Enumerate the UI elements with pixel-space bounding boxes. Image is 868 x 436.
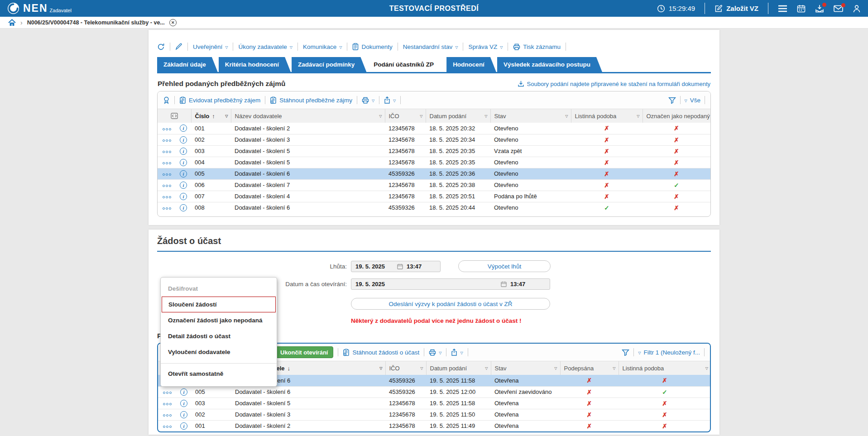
- filter-preset-dropdown[interactable]: ▽ Vše: [685, 97, 700, 104]
- create-vz-button[interactable]: Založit VZ: [715, 5, 758, 13]
- row-info-icon[interactable]: i: [180, 422, 187, 430]
- row-actions-button[interactable]: [162, 161, 172, 166]
- context-menu-item-4[interactable]: Vyloučení dodavatele: [161, 344, 277, 360]
- column-filter-icon[interactable]: ▽: [420, 366, 423, 370]
- menu-uverejneni[interactable]: Uveřejnění▽: [193, 43, 228, 50]
- row-info-icon[interactable]: i: [180, 182, 187, 189]
- row-actions-button[interactable]: [162, 402, 173, 407]
- table-row[interactable]: i004Dodavatel - školení 51234567818. 5. …: [158, 157, 710, 168]
- vypocet-lhut-button[interactable]: Výpočet lhůt: [458, 260, 551, 272]
- download-requests-button[interactable]: Stáhnout žádosti o účast: [343, 349, 419, 356]
- column-header-2[interactable]: IČO▽: [385, 109, 426, 123]
- tab-5[interactable]: Výsledek zadávacího postupu: [497, 57, 602, 72]
- calendar-small-icon[interactable]: [501, 281, 507, 287]
- menu-nestandardni-stav[interactable]: Nestandardní stav▽: [403, 43, 458, 50]
- row-info-icon[interactable]: i: [180, 136, 187, 144]
- column-filter-icon[interactable]: ▽: [637, 114, 639, 118]
- row-info-icon[interactable]: i: [180, 388, 187, 396]
- column-header-6[interactable]: Označen jako nepodaný: [643, 109, 710, 123]
- table-row[interactable]: i003Dodavatel - školení 51234567818. 5. …: [158, 145, 710, 157]
- row-info-icon[interactable]: i: [180, 411, 187, 418]
- export-table-button[interactable]: ▽: [384, 96, 396, 104]
- table-row[interactable]: i006Dodavatel - školení 71234567818. 5. …: [158, 179, 710, 191]
- calendar-icon[interactable]: [797, 5, 806, 13]
- column-header-4[interactable]: Stav▽: [490, 109, 571, 123]
- menu-tisk-zaznamu[interactable]: Tisk záznamu: [513, 43, 561, 50]
- print-table-button[interactable]: ▽: [362, 97, 374, 104]
- lhuta-datetime-input[interactable]: 19. 5. 2025 13:47: [351, 261, 441, 272]
- home-icon[interactable]: [8, 19, 16, 26]
- column-filter-icon[interactable]: ▽: [613, 366, 615, 370]
- mail-icon[interactable]: [834, 5, 843, 12]
- end-opening-button[interactable]: Ukončit otevírání: [275, 346, 333, 358]
- row-actions-button[interactable]: [162, 127, 172, 132]
- tab-1[interactable]: Kritéria hodnocení: [219, 57, 291, 72]
- register-preliminary-interest-button[interactable]: Evidovat předběžný zájem: [179, 96, 260, 104]
- row-actions-button[interactable]: [162, 172, 172, 177]
- menu-sprava-vz[interactable]: Správa VZ▽: [468, 43, 503, 50]
- row-info-icon[interactable]: i: [180, 125, 187, 132]
- table-row[interactable]: i003Dodavatel - školení 51234567819. 5. …: [158, 398, 711, 409]
- table-row[interactable]: i007Dodavatel - školení 41234567818. 5. …: [158, 191, 710, 202]
- column-filter-icon[interactable]: ▽: [565, 114, 568, 118]
- table-row[interactable]: i005Dodavatel - školení 64535932618. 5. …: [158, 168, 710, 179]
- oteviranie-datetime-input[interactable]: 19. 5. 2025 13:47: [351, 278, 550, 290]
- context-menu-item-1[interactable]: Sloučení žádostí: [162, 297, 276, 312]
- row-info-icon[interactable]: i: [180, 148, 187, 155]
- row-actions-button[interactable]: [162, 183, 172, 188]
- column-header-0[interactable]: Číslo↑▽: [191, 109, 231, 123]
- column-header-1[interactable]: Název dodavatele▽: [231, 109, 385, 123]
- export-table-button[interactable]: ▽: [451, 349, 463, 356]
- context-menu-item-5[interactable]: Otevřít samostatně: [161, 363, 277, 382]
- row-actions-button[interactable]: [162, 390, 173, 395]
- column-filter-icon[interactable]: ▽: [379, 366, 382, 370]
- menu-hamburger-icon[interactable]: [778, 5, 787, 12]
- calendar-small-icon[interactable]: [397, 264, 403, 269]
- download-preliminary-interests-button[interactable]: Stáhnout předběžné zájmy: [270, 96, 352, 104]
- context-menu-item-2[interactable]: Označení žádosti jako nepodaná: [161, 312, 277, 328]
- column-filter-icon[interactable]: ▽: [379, 114, 382, 118]
- row-actions-button[interactable]: [162, 195, 172, 200]
- table-row[interactable]: i002Dodavatel - školení 31234567818. 5. …: [158, 134, 710, 145]
- row-actions-button[interactable]: [162, 138, 172, 143]
- breadcrumb-record[interactable]: N006/25/V00004748 - Telekomunikační služ…: [27, 19, 165, 26]
- column-settings-header[interactable]: [158, 109, 191, 123]
- column-header-6[interactable]: Listinná podoba▽: [619, 361, 711, 375]
- column-filter-icon[interactable]: ▽: [554, 366, 557, 370]
- column-filter-icon[interactable]: ▽: [484, 114, 487, 118]
- print-table-button[interactable]: ▽: [429, 349, 441, 356]
- menu-komunikace[interactable]: Komunikace▽: [303, 43, 342, 50]
- tab-0[interactable]: Základní údaje: [157, 57, 218, 72]
- filter-preset-dropdown[interactable]: ▽ Filtr 1 (Neuložený f...: [638, 349, 700, 356]
- tab-2[interactable]: Zadávací podmínky: [292, 57, 366, 72]
- odeslani-vyzvy-button[interactable]: Odeslání výzvy k podání žádosti o účast …: [351, 298, 550, 310]
- column-filter-icon[interactable]: ▽: [420, 114, 422, 118]
- column-filter-icon[interactable]: ▽: [485, 366, 488, 370]
- inbox-download-icon[interactable]: [815, 5, 824, 13]
- edit-record-button[interactable]: [175, 43, 182, 50]
- column-header-5[interactable]: Podepsána▽: [560, 361, 619, 375]
- table-row[interactable]: i001Dodavatel - školení 21234567818. 5. …: [158, 123, 710, 134]
- tab-3[interactable]: Podání účastníků ZP: [367, 57, 446, 72]
- row-info-icon[interactable]: i: [180, 193, 187, 200]
- menu-ukony-zadavatele[interactable]: Úkony zadavatele▽: [238, 43, 292, 50]
- row-info-icon[interactable]: i: [180, 400, 187, 407]
- row-info-icon[interactable]: i: [180, 159, 187, 166]
- column-settings-icon[interactable]: [171, 113, 178, 119]
- refresh-button[interactable]: [157, 43, 165, 51]
- table-row[interactable]: i002Dodavatel - školení 31234567819. 5. …: [158, 409, 711, 420]
- context-menu-item-3[interactable]: Detail žádosti o účast: [161, 328, 277, 344]
- row-info-icon[interactable]: i: [180, 204, 187, 211]
- column-header-3[interactable]: Datum podání▽: [426, 109, 490, 123]
- certificate-button[interactable]: [163, 96, 170, 104]
- filter-button[interactable]: [622, 349, 629, 356]
- table-row[interactable]: i001Dodavatel - školení 21234567819. 5. …: [158, 420, 711, 431]
- column-header-5[interactable]: Listinná podoba▽: [571, 109, 643, 123]
- row-actions-button[interactable]: [162, 149, 172, 154]
- column-header-3[interactable]: Datum podání▽: [426, 361, 491, 375]
- row-actions-button[interactable]: [162, 206, 172, 211]
- column-header-2[interactable]: IČO▽: [385, 361, 426, 375]
- row-info-icon[interactable]: i: [180, 170, 187, 177]
- row-actions-button[interactable]: [162, 424, 173, 429]
- filter-button[interactable]: [668, 97, 676, 104]
